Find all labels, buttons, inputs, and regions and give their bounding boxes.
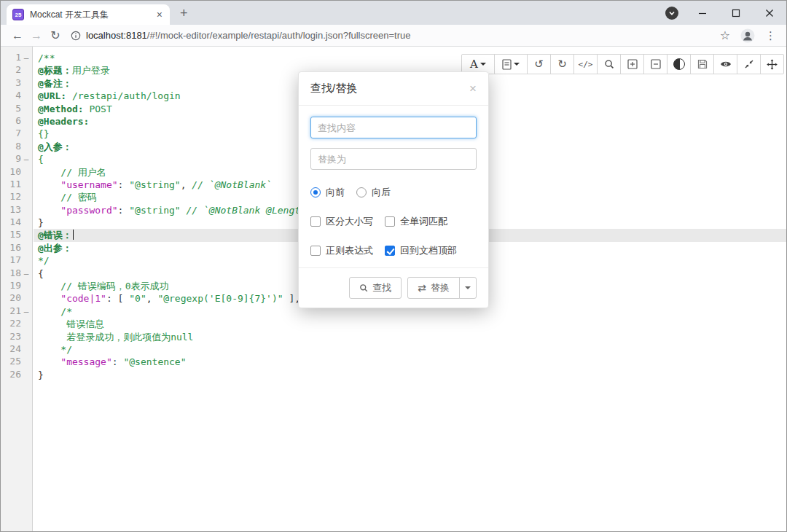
line-number: 14	[1, 216, 32, 229]
move-button[interactable]	[760, 54, 784, 74]
save-button[interactable]	[690, 54, 714, 74]
code-line[interactable]: "message": "@sentence"	[34, 356, 786, 368]
url-field[interactable]: localhost:8181/#!/mock-editor/example/re…	[71, 30, 714, 41]
option-whole-word[interactable]: 全单词匹配	[385, 215, 447, 228]
line-number: 23	[1, 331, 32, 343]
square-plus-icon	[627, 59, 638, 69]
checkbox-icon[interactable]	[310, 246, 321, 256]
undo-button[interactable]: ↺	[527, 54, 551, 74]
tab-close-icon[interactable]: ×	[155, 9, 164, 20]
radio-forward[interactable]: 向前	[310, 186, 345, 199]
fold-marker-icon[interactable]: –	[21, 52, 31, 64]
page-info-icon[interactable]	[71, 31, 81, 41]
line-number: 8	[1, 141, 32, 153]
option-back-to-top[interactable]: 回到文档顶部	[385, 244, 457, 257]
redo-icon: ↻	[557, 58, 567, 71]
tab-title: Mockcat 开发工具集	[30, 9, 155, 21]
collapse-all-button[interactable]	[643, 54, 667, 74]
line-number: 16	[1, 242, 32, 254]
radio-forward-label: 向前	[326, 186, 345, 199]
search-icon	[359, 283, 368, 292]
preview-button[interactable]	[713, 54, 737, 74]
dialog-close-icon[interactable]: ×	[469, 83, 477, 94]
format-code-button[interactable]: </>	[573, 54, 598, 74]
fold-marker-icon[interactable]: –	[21, 305, 31, 318]
dialog-header: 查找/替换 ×	[299, 72, 488, 106]
radio-backward[interactable]: 向后	[356, 186, 391, 199]
find-button-label: 查找	[372, 281, 391, 294]
favicon-icon: 25	[12, 9, 24, 20]
line-number: 24	[1, 343, 32, 356]
line-number: 12	[1, 191, 32, 203]
fold-marker-icon[interactable]: –	[21, 267, 31, 280]
code-line[interactable]: */	[34, 343, 786, 356]
direction-row: 向前 向后	[310, 186, 477, 199]
line-number: 7	[1, 128, 32, 140]
checkbox-icon[interactable]	[385, 216, 395, 227]
line-number: 20	[1, 292, 32, 305]
line-number: 1–	[1, 52, 32, 64]
close-button[interactable]	[753, 1, 786, 25]
back-arrow-icon[interactable]: ←	[8, 29, 27, 42]
replace-input[interactable]	[310, 148, 477, 170]
expand-all-button[interactable]	[620, 54, 644, 74]
replace-dropdown-button[interactable]	[459, 277, 477, 299]
line-number: 26	[1, 369, 32, 381]
forward-arrow-icon[interactable]: →	[27, 29, 46, 42]
font-size-icon: A	[470, 58, 478, 71]
option-label: 区分大小写	[326, 215, 373, 228]
window-controls	[665, 1, 786, 25]
checkbox-icon[interactable]	[310, 216, 321, 227]
contrast-icon	[673, 58, 685, 70]
option-regex[interactable]: 正则表达式	[310, 244, 373, 257]
chevron-down-icon	[465, 286, 471, 289]
line-number: 17	[1, 254, 32, 267]
profile-avatar-icon[interactable]	[740, 28, 755, 43]
maximize-button[interactable]	[719, 1, 753, 25]
bookmark-star-icon[interactable]: ☆	[720, 28, 730, 42]
redo-button[interactable]: ↻	[550, 54, 574, 74]
save-icon	[697, 59, 708, 69]
line-number: 4	[1, 90, 32, 102]
find-button[interactable]: 查找	[349, 277, 402, 299]
fold-marker-icon[interactable]: –	[21, 153, 31, 165]
editor-area: 1–23456789–101112131415161718–192021–222…	[1, 47, 786, 532]
browser-tab[interactable]: 25 Mockcat 开发工具集 ×	[7, 4, 170, 25]
code-line[interactable]: 错误信息	[34, 318, 786, 330]
minimize-button[interactable]	[686, 1, 719, 25]
theme-toggle-button[interactable]	[667, 54, 691, 74]
checkbox-icon[interactable]	[385, 246, 395, 256]
file-template-button[interactable]	[494, 54, 528, 74]
code-icon: </>	[579, 60, 593, 69]
radio-icon[interactable]	[310, 187, 321, 197]
option-match-case[interactable]: 区分大小写	[310, 215, 373, 228]
options-row-2: 正则表达式 回到文档顶部	[310, 244, 477, 257]
replace-button[interactable]: ⇄ 替换	[407, 277, 460, 299]
code-line[interactable]: 若登录成功，则此项值为null	[34, 331, 786, 343]
exit-fullscreen-button[interactable]	[737, 54, 761, 74]
url-path: /#!/mock-editor/example/restapi/auth/log…	[147, 30, 411, 41]
line-number: 11	[1, 179, 32, 191]
browser-menu-icon[interactable]: ⋮	[765, 29, 776, 42]
editor-toolbar: A ↺ ↻ </>	[461, 54, 784, 74]
find-input[interactable]	[310, 117, 477, 138]
radio-icon[interactable]	[356, 187, 367, 197]
line-number: 15	[1, 229, 32, 241]
replace-button-label: 替换	[431, 281, 450, 294]
text-cursor	[73, 230, 74, 240]
search-button[interactable]	[597, 54, 621, 74]
address-bar: ← → ↻ localhost:8181/#!/mock-editor/exam…	[1, 25, 786, 47]
option-label: 全单词匹配	[400, 215, 447, 228]
line-number: 13	[1, 204, 32, 216]
undo-icon: ↺	[534, 58, 544, 71]
line-number: 25	[1, 356, 32, 368]
line-number: 22	[1, 318, 32, 330]
code-line[interactable]: }	[34, 369, 786, 381]
update-circle-down-icon[interactable]	[665, 7, 678, 20]
new-tab-button[interactable]: +	[180, 6, 188, 21]
move-icon	[767, 59, 778, 70]
find-replace-dialog: 查找/替换 × 向前 向后 区分大小写 全单词匹配 正则表达式 回到文档顶部	[298, 71, 489, 308]
reload-icon[interactable]: ↻	[46, 28, 65, 42]
url-host: localhost:8181	[86, 30, 147, 41]
line-number: 18–	[1, 267, 32, 280]
